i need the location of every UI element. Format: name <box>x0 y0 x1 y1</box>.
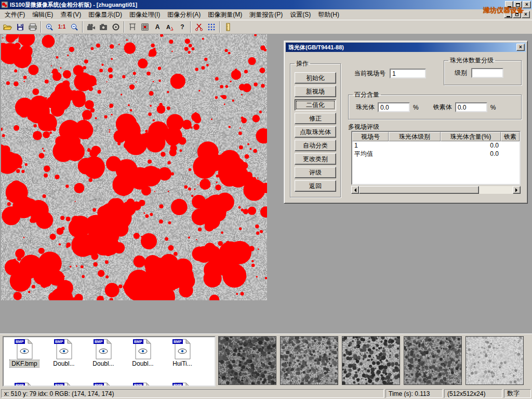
cell-level <box>389 150 441 158</box>
col-field-number[interactable]: 视场号 <box>352 132 389 141</box>
pearlite-dialog: 珠光体(GB/T9441-88) × 操作 初始化 新视场 二值化 修正 点取珠… <box>284 41 528 204</box>
binarize-button[interactable]: 二值化 <box>295 99 336 111</box>
cell-ferrite <box>501 150 520 158</box>
grade-button[interactable]: 评级 <box>295 167 336 178</box>
bmp-badge: BMP <box>15 383 25 387</box>
table-row[interactable]: 1 0.0 <box>352 141 520 150</box>
current-field-input[interactable] <box>390 69 426 78</box>
actual-size-button[interactable]: 1:1 <box>56 21 68 33</box>
file-item[interactable]: BMP Doubl... <box>123 339 163 367</box>
menu-image-measure[interactable]: 图像测量(M) <box>204 9 246 20</box>
bmp-file-icon: BMP <box>95 382 112 387</box>
file-item[interactable]: BMP <box>84 382 123 387</box>
file-item[interactable]: BMP <box>163 382 202 387</box>
camera-capture-button[interactable] <box>97 21 110 33</box>
text-annotation-button[interactable]: A <box>151 21 164 33</box>
bmp-badge: BMP <box>15 339 25 344</box>
menu-measure-report[interactable]: 测量报告(P) <box>246 9 286 20</box>
file-item[interactable]: BMP <box>44 382 84 387</box>
file-label[interactable]: Doubl... <box>51 360 76 367</box>
new-field-button[interactable]: 新视场 <box>295 86 336 97</box>
specimen-binarized-image[interactable] <box>1 34 267 300</box>
menu-image-processing[interactable]: 图像处理(I) <box>126 9 164 20</box>
col-ferrite[interactable]: 铁素 <box>501 132 520 141</box>
menu-image-display[interactable]: 图像显示(D) <box>85 9 126 20</box>
file-item[interactable]: BMP DKF.bmp <box>5 339 44 367</box>
menu-help[interactable]: 帮助(H) <box>314 9 343 20</box>
file-browser[interactable]: BMP DKF.bmp BMP Doubl... BMP <box>3 336 216 387</box>
image-thumbnail[interactable] <box>466 336 524 385</box>
return-button[interactable]: 返回 <box>295 180 336 192</box>
image-thumbnail[interactable] <box>280 336 338 385</box>
ferrite-percent-input[interactable] <box>455 102 487 112</box>
col-pearlite-level[interactable]: 珠光体级别 <box>389 132 441 141</box>
bmp-file-icon: BMP <box>174 382 191 387</box>
ruler-button[interactable] <box>222 21 234 33</box>
aperture-button[interactable] <box>110 21 122 33</box>
bmp-badge: BMP <box>133 383 143 387</box>
table-horizontal-scrollbar[interactable] <box>351 186 521 194</box>
menu-settings[interactable]: 设置(S) <box>286 9 314 20</box>
point-grid-button[interactable] <box>205 21 218 33</box>
col-pearlite-content[interactable]: 珠光体含量(%) <box>441 132 501 141</box>
correct-button[interactable]: 修正 <box>295 113 336 124</box>
file-label[interactable]: DKF.bmp <box>10 360 38 367</box>
pearlite-percent-input[interactable] <box>378 102 410 112</box>
caliper-measure-button[interactable] <box>126 21 139 33</box>
scrollbar-thumb[interactable] <box>359 186 479 194</box>
file-item[interactable]: BMP HuiTi... <box>163 339 202 367</box>
help-button[interactable]: ? <box>176 21 189 33</box>
scroll-right-button[interactable] <box>513 186 521 194</box>
open-button[interactable] <box>2 21 14 33</box>
pearlite-percent-unit: % <box>413 104 419 111</box>
file-label[interactable]: Doubl... <box>91 360 115 367</box>
image-size-readout: (512x512x24) <box>444 389 502 398</box>
pick-pearlite-button[interactable]: 点取珠光体 <box>295 126 336 138</box>
multifield-group-label: 多视场评级 <box>348 123 379 131</box>
file-item[interactable]: BMP Doubl... <box>84 339 123 367</box>
close-button[interactable]: × <box>523 1 531 8</box>
scroll-left-button[interactable] <box>351 186 359 194</box>
dialog-close-button[interactable]: × <box>516 44 525 51</box>
auto-classify-button[interactable]: 自动分类 <box>295 140 336 151</box>
file-row: BMP DKF.bmp BMP Doubl... BMP <box>4 337 215 367</box>
change-class-button[interactable]: 更改类别 <box>295 153 336 165</box>
file-item[interactable]: BMP Doubl... <box>44 339 84 367</box>
processing-time-readout: Time (s): 0.113 <box>385 389 443 398</box>
video-capture-button[interactable] <box>85 21 97 33</box>
dialog-body: 操作 初始化 新视场 二值化 修正 点取珠光体 自动分类 更改类别 评级 返回 … <box>286 52 526 203</box>
cut-scissors-button[interactable] <box>193 21 205 33</box>
grid-measure-button[interactable] <box>139 21 151 33</box>
title-bar: IS100显微摄像系统(金相分析版) - [zhuguangti01] × <box>0 0 532 9</box>
pearlite-label: 珠光体 <box>356 103 375 112</box>
bmp-file-icon: BMP <box>134 382 152 387</box>
scrollbar-track[interactable] <box>359 186 513 194</box>
dialog-title-bar[interactable]: 珠光体(GB/T9441-88) × <box>286 43 526 52</box>
menu-edit[interactable]: 编辑(E) <box>29 9 57 20</box>
file-label[interactable]: HuiTi... <box>171 360 194 367</box>
save-button[interactable] <box>14 21 26 33</box>
menu-file[interactable]: 文件(F) <box>1 9 29 20</box>
file-label[interactable]: Doubl... <box>130 360 155 367</box>
bmp-file-icon: BMP <box>174 339 191 360</box>
dialog-title: 珠光体(GB/T9441-88) <box>288 44 516 51</box>
file-item[interactable]: BMP <box>123 382 163 387</box>
file-item[interactable]: BMP <box>5 382 44 387</box>
image-thumbnail[interactable] <box>404 336 462 385</box>
application-window: IS100显微摄像系统(金相分析版) - [zhuguangti01] × 文件… <box>0 0 532 399</box>
table-row[interactable]: 平均值 0.0 <box>352 150 520 158</box>
level-input[interactable] <box>471 68 503 78</box>
initialize-button[interactable]: 初始化 <box>295 72 336 84</box>
image-thumbnail[interactable] <box>218 336 276 385</box>
cell-field: 1 <box>352 141 389 150</box>
menu-view[interactable]: 查看(V) <box>57 9 85 20</box>
angle-measure-button[interactable]: A <box>164 21 176 33</box>
toolbar-separator <box>82 21 83 33</box>
menu-image-analysis[interactable]: 图像分析(A) <box>164 9 204 20</box>
menu-bar: 文件(F) 编辑(E) 查看(V) 图像显示(D) 图像处理(I) 图像分析(A… <box>0 9 532 20</box>
print-button[interactable] <box>26 21 39 33</box>
image-thumbnail[interactable] <box>342 336 400 385</box>
zoom-out-button[interactable] <box>68 21 81 33</box>
cursor-position-readout: x: 510 y: 79 idx: 0 RGB: (174, 174, 174) <box>1 389 384 398</box>
zoom-in-button[interactable] <box>43 21 56 33</box>
